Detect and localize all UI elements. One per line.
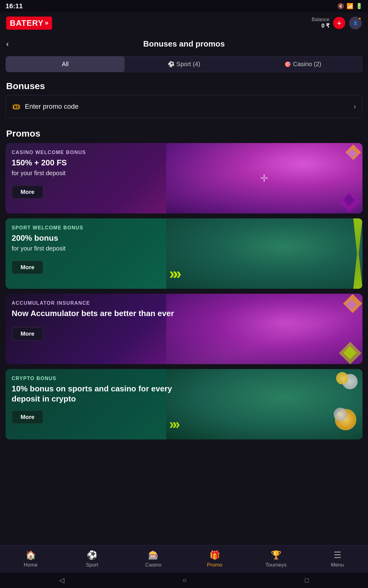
battery-icon: 🔋: [356, 3, 362, 9]
sport-nav-icon: ⚽: [87, 550, 98, 560]
android-recent-button[interactable]: □: [305, 576, 309, 584]
add-balance-button[interactable]: +: [333, 17, 345, 29]
tab-casino[interactable]: 🎯 Casino (2): [243, 56, 362, 72]
promo-code-chevron: ›: [354, 102, 356, 111]
tourneys-nav-icon: 🏆: [271, 550, 282, 560]
sport-tab-icon: ⚽: [168, 61, 174, 68]
logo-chevrons: »: [45, 19, 48, 27]
android-nav: ◁ ○ □: [0, 573, 368, 588]
page-title: Bonuses and promos: [143, 39, 225, 49]
accum-card-content: ACCUMULATOR INSURANCE Now Accumulator be…: [12, 300, 177, 341]
casino-card-content: CASINO WELCOME BONUS 150% + 200 FS for y…: [12, 150, 177, 199]
tab-all-label: All: [62, 61, 69, 68]
balance-text: Balance: [312, 17, 329, 22]
casino-tab-icon: 🎯: [284, 61, 291, 68]
crypto-card-badge: CRYPTO BONUS: [12, 376, 177, 381]
avatar-button[interactable]: 👤: [349, 17, 362, 29]
top-nav: BATERY » Balance 0 ₹ + 👤: [0, 12, 368, 34]
android-back-button[interactable]: ◁: [59, 576, 64, 584]
promos-section-title: Promos: [0, 125, 368, 143]
crypto-card-more-button[interactable]: More: [12, 410, 43, 424]
promo-code-label: Enter promo code: [25, 103, 79, 111]
nav-menu[interactable]: ☰ Menu: [307, 545, 368, 573]
status-time: 16:11: [6, 2, 23, 10]
accum-card-headline: Now Accumulator bets are better than eve…: [12, 308, 177, 318]
user-icon: 👤: [353, 21, 358, 25]
status-icons: 🔇 📶 🔋: [337, 3, 362, 9]
sport-card-headline: 200% bonus: [12, 233, 177, 243]
sport-card-subtext: for your first deposit: [12, 245, 177, 252]
mute-icon: 🔇: [337, 3, 344, 9]
promo-card-accum[interactable]: ACCUMULATOR INSURANCE Now Accumulator be…: [6, 294, 362, 364]
home-icon: 🏠: [25, 550, 36, 560]
nav-sport-label: Sport: [86, 562, 98, 568]
bonuses-section-title: Bonuses: [0, 78, 368, 95]
nav-home[interactable]: 🏠 Home: [0, 545, 61, 573]
promo-card-casino[interactable]: ✛ CASINO WELCOME BONUS 150% + 200 FS for…: [6, 143, 362, 213]
crypto-card-headline: 10% bonus on sports and casino for every…: [12, 384, 177, 404]
bottom-nav: 🏠 Home ⚽ Sport 🎰 Casino 🎁 Promo 🏆 Tourne…: [0, 545, 368, 573]
promo-code-icon: 🎟: [12, 101, 21, 111]
tab-sport[interactable]: ⚽ Sport (4): [125, 56, 243, 72]
balance-amount: 0 ₹: [321, 22, 329, 29]
tab-all[interactable]: All: [6, 56, 125, 72]
tabs-bar: All ⚽ Sport (4) 🎯 Casino (2): [6, 56, 362, 72]
nav-tourneys[interactable]: 🏆 Tourneys: [245, 545, 307, 573]
nav-promo[interactable]: 🎁 Promo: [184, 545, 245, 573]
balance-label: Balance 0 ₹: [312, 17, 329, 29]
balance-box: Balance 0 ₹: [312, 17, 329, 29]
promo-card-crypto[interactable]: »» CRYPTO BONUS 10% bonus on sports and …: [6, 369, 362, 439]
nav-right: Balance 0 ₹ + 👤: [312, 17, 362, 29]
nav-sport[interactable]: ⚽ Sport: [61, 545, 123, 573]
logo[interactable]: BATERY »: [6, 17, 52, 30]
promo-code-left: 🎟 Enter promo code: [12, 101, 79, 111]
wifi-icon: 📶: [347, 3, 353, 9]
casino-card-headline: 150% + 200 FS: [12, 158, 177, 168]
accum-card-badge: ACCUMULATOR INSURANCE: [12, 300, 177, 306]
sport-card-badge: SPORT WELCOME BONUS: [12, 225, 177, 231]
casino-card-subtext: for your first deposit: [12, 170, 177, 177]
tab-sport-label: Sport (4): [176, 61, 200, 68]
tab-casino-label: Casino (2): [293, 61, 321, 68]
back-button[interactable]: ‹: [6, 39, 9, 49]
sport-card-more-button[interactable]: More: [12, 261, 43, 274]
promo-code-row[interactable]: 🎟 Enter promo code ›: [6, 95, 362, 118]
nav-tourneys-label: Tourneys: [266, 562, 287, 568]
nav-menu-label: Menu: [331, 562, 344, 568]
page-header: ‹ Bonuses and promos: [0, 34, 368, 54]
accum-card-more-button[interactable]: More: [12, 327, 43, 341]
android-home-button[interactable]: ○: [182, 576, 186, 584]
logo-text: BATERY: [10, 18, 44, 28]
promo-nav-icon: 🎁: [209, 550, 220, 560]
sport-card-content: SPORT WELCOME BONUS 200% bonus for your …: [12, 225, 177, 274]
back-icon: ‹: [6, 39, 9, 49]
nav-home-label: Home: [24, 562, 37, 568]
menu-nav-icon: ☰: [334, 550, 341, 560]
nav-casino[interactable]: 🎰 Casino: [123, 545, 184, 573]
promo-card-sport[interactable]: »» SPORT WELCOME BONUS 200% bonus for yo…: [6, 218, 362, 289]
notification-dot: [358, 17, 361, 20]
promo-cards: ✛ CASINO WELCOME BONUS 150% + 200 FS for…: [0, 143, 368, 439]
casino-card-badge: CASINO WELCOME BONUS: [12, 150, 177, 155]
casino-card-more-button[interactable]: More: [12, 185, 43, 199]
casino-nav-icon: 🎰: [148, 550, 159, 560]
status-bar: 16:11 🔇 📶 🔋: [0, 0, 368, 12]
nav-promo-label: Promo: [207, 562, 222, 568]
crypto-card-content: CRYPTO BONUS 10% bonus on sports and cas…: [12, 376, 177, 424]
nav-casino-label: Casino: [145, 562, 162, 568]
